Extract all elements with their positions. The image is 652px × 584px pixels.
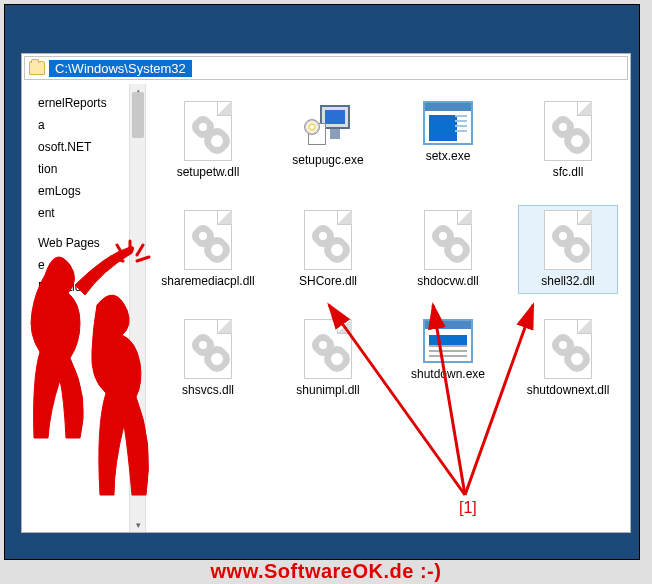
folder-icon [29, 61, 45, 75]
tree-item-label: ng [38, 332, 51, 346]
file-item[interactable]: setupugc.exe [278, 96, 378, 185]
tree-item[interactable]: emLogs [24, 180, 143, 202]
watermark-text: www.SoftwareOK.de :-) [0, 560, 652, 583]
tree-item[interactable]: tion [24, 158, 143, 180]
tree-item-label: ernelReports [38, 96, 107, 110]
tree-scrollbar[interactable]: ▴ ▾ [129, 84, 145, 532]
file-item[interactable]: shutdown.exe [398, 314, 498, 403]
file-item[interactable]: shdocvw.dll [398, 205, 498, 294]
dll-file-icon [544, 210, 592, 270]
file-item[interactable]: SHCore.dll [278, 205, 378, 294]
file-label: shsvcs.dll [182, 383, 234, 398]
dll-file-icon [304, 319, 352, 379]
dll-file-icon [544, 319, 592, 379]
exe-window-icon [423, 101, 473, 145]
file-item[interactable]: setx.exe [398, 96, 498, 185]
file-label: shdocvw.dll [417, 274, 478, 289]
file-item[interactable]: sharemediacpl.dll [158, 205, 258, 294]
tree-item-label: Definition [38, 280, 88, 294]
dll-file-icon [304, 210, 352, 270]
file-item[interactable]: setupetw.dll [158, 96, 258, 185]
file-label: sfc.dll [553, 165, 584, 180]
tree-item[interactable]: ernelReports [24, 92, 143, 114]
main-area: ernelReportsaosoft.NETtionemLogsentWeb P… [22, 84, 630, 532]
tree-item[interactable]: e [24, 254, 143, 276]
tree-item[interactable] [24, 224, 143, 232]
tree-item-label: ent [38, 206, 55, 220]
file-label: setx.exe [426, 149, 471, 164]
file-item[interactable]: shunimpl.dll [278, 314, 378, 403]
tree-item-label: emLogs [38, 184, 81, 198]
tree-item-label: osoft.NET [38, 140, 91, 154]
tree-item-label: e [38, 258, 45, 272]
file-label: shell32.dll [541, 274, 594, 289]
address-bar[interactable]: C:\Windows\System32 [24, 56, 628, 80]
file-label: shutdownext.dll [527, 383, 610, 398]
tree-item-label: tion [38, 162, 57, 176]
exe-list-icon [423, 319, 473, 363]
file-item[interactable]: shsvcs.dll [158, 314, 258, 403]
file-label: SHCore.dll [299, 274, 357, 289]
scroll-down-arrow[interactable]: ▾ [130, 518, 146, 532]
tree-item[interactable]: Definition [24, 276, 143, 298]
dll-file-icon [544, 101, 592, 161]
folder-tree[interactable]: ernelReportsaosoft.NETtionemLogsentWeb P… [22, 84, 146, 532]
annotation-footnote: [1] [459, 499, 477, 517]
file-label: setupugc.exe [292, 153, 363, 168]
files-pane[interactable]: setupetw.dllsetupugc.exesetx.exesfc.dlls… [146, 84, 630, 532]
file-item[interactable]: shell32.dll [518, 205, 618, 294]
tree-item[interactable]: ng [24, 328, 143, 350]
tree-item[interactable]: Web Pages [24, 232, 143, 254]
file-label: setupetw.dll [177, 165, 240, 180]
dll-file-icon [184, 101, 232, 161]
installer-exe-icon [304, 101, 352, 149]
tree-item[interactable]: ent [24, 202, 143, 224]
dll-file-icon [184, 210, 232, 270]
tree-item-label: alog [38, 310, 61, 324]
dll-file-icon [184, 319, 232, 379]
file-label: shutdown.exe [411, 367, 485, 382]
file-item[interactable]: shutdownext.dll [518, 314, 618, 403]
tree-item[interactable]: osoft.NET [24, 136, 143, 158]
window-frame: C:\Windows\System32 ernelReportsaosoft.N… [4, 4, 640, 560]
dll-file-icon [424, 210, 472, 270]
address-path[interactable]: C:\Windows\System32 [49, 60, 192, 77]
tree-item-label: Web Pages [38, 236, 100, 250]
file-label: shunimpl.dll [296, 383, 359, 398]
scroll-thumb[interactable] [132, 92, 144, 138]
tree-item[interactable]: a [24, 114, 143, 136]
file-label: sharemediacpl.dll [161, 274, 254, 289]
tree-item-label: a [38, 118, 45, 132]
tree-item[interactable] [24, 298, 143, 306]
tree-item[interactable]: alog [24, 306, 143, 328]
file-item[interactable]: sfc.dll [518, 96, 618, 185]
explorer-window: C:\Windows\System32 ernelReportsaosoft.N… [21, 53, 631, 533]
